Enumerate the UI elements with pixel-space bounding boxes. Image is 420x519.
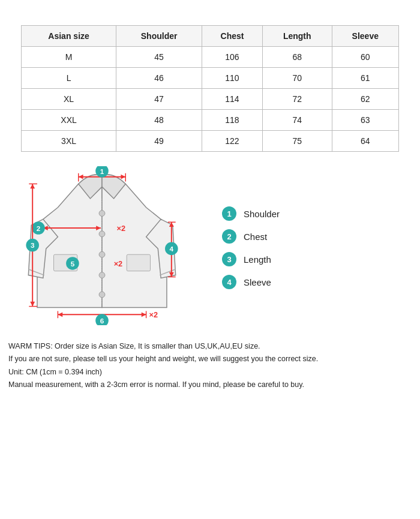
table-header: Shoulder xyxy=(116,26,202,47)
table-cell: 64 xyxy=(332,131,398,152)
measurement-legend: 1Shoulder2Chest3Length4Sleeve xyxy=(222,197,420,298)
table-cell: 72 xyxy=(262,89,332,110)
svg-point-4 xyxy=(99,251,105,257)
table-header-row: Asian sizeShoulderChestLengthSleeve xyxy=(22,26,399,47)
svg-marker-12 xyxy=(79,175,83,179)
legend-label: Sleeve xyxy=(244,277,271,287)
svg-text:1: 1 xyxy=(100,167,104,175)
table-cell: XXL xyxy=(22,110,116,131)
legend-number: 2 xyxy=(222,229,236,244)
svg-point-3 xyxy=(99,231,105,237)
table-cell: XL xyxy=(22,89,116,110)
table-cell: 47 xyxy=(116,89,202,110)
table-cell: 74 xyxy=(262,110,332,131)
svg-text:×2: ×2 xyxy=(114,259,123,268)
table-header: Asian size xyxy=(22,26,116,47)
tip-line: Manual measurement, with a 2-3cm error i… xyxy=(8,379,412,391)
legend-number: 3 xyxy=(222,252,236,266)
svg-rect-8 xyxy=(127,254,150,271)
legend-item: 4Sleeve xyxy=(222,275,420,289)
table-cell: M xyxy=(22,47,116,68)
table-row: L461107061 xyxy=(22,68,399,89)
page-title xyxy=(0,0,420,17)
table-cell: 63 xyxy=(332,110,398,131)
svg-marker-13 xyxy=(121,175,125,179)
svg-text:6: 6 xyxy=(100,317,104,325)
table-header: Chest xyxy=(202,26,263,47)
table-header: Length xyxy=(262,26,332,47)
svg-point-6 xyxy=(99,292,105,298)
table-cell: 3XL xyxy=(22,131,116,152)
table-cell: 49 xyxy=(116,131,202,152)
table-cell: L xyxy=(22,68,116,89)
table-cell: 62 xyxy=(332,89,398,110)
diagram-container: on9IC04S xyxy=(6,160,204,334)
tips-section: WARM TIPS: Order size is Asian Size, It … xyxy=(8,340,412,391)
table-cell: 110 xyxy=(202,68,263,89)
legend-item: 3Length xyxy=(222,252,420,266)
svg-point-2 xyxy=(99,211,105,217)
table-cell: 60 xyxy=(332,47,398,68)
svg-text:5: 5 xyxy=(71,260,75,268)
table-cell: 114 xyxy=(202,89,263,110)
svg-text:2: 2 xyxy=(37,224,41,232)
legend-number: 1 xyxy=(222,206,236,221)
table-row: XXL481187463 xyxy=(22,110,399,131)
svg-marker-26 xyxy=(30,302,35,307)
svg-text:×2: ×2 xyxy=(149,310,158,319)
legend-label: Shoulder xyxy=(244,209,280,219)
table-cell: 46 xyxy=(116,68,202,89)
legend-label: Length xyxy=(244,254,271,265)
table-header: Sleeve xyxy=(332,26,398,47)
table-row: 3XL491227564 xyxy=(22,131,399,152)
legend-number: 4 xyxy=(222,275,236,289)
tip-line: Unit: CM (1cm = 0.394 inch) xyxy=(8,366,412,379)
tip-line: If you are not sure, please tell us your… xyxy=(8,353,412,365)
table-cell: 118 xyxy=(202,110,263,131)
svg-text:×2: ×2 xyxy=(117,224,126,233)
tip-line: WARM TIPS: Order size is Asian Size, It … xyxy=(8,340,412,353)
size-table: Asian sizeShoulderChestLengthSleeve M451… xyxy=(21,25,399,152)
legend-item: 2Chest xyxy=(222,229,420,244)
table-cell: 75 xyxy=(262,131,332,152)
table-cell: 106 xyxy=(202,47,263,68)
jacket-diagram: on9IC04S xyxy=(24,166,180,325)
table-cell: 61 xyxy=(332,68,398,89)
table-body: M451066860L461107061XL471147262XXL481187… xyxy=(22,47,399,152)
svg-marker-25 xyxy=(30,184,35,188)
table-cell: 48 xyxy=(116,110,202,131)
svg-marker-42 xyxy=(142,312,146,317)
legend-label: Chest xyxy=(244,232,267,242)
table-cell: 45 xyxy=(116,47,202,68)
table-row: M451066860 xyxy=(22,47,399,68)
table-cell: 68 xyxy=(262,47,332,68)
svg-text:3: 3 xyxy=(31,241,35,249)
table-cell: 70 xyxy=(262,68,332,89)
svg-point-5 xyxy=(99,272,105,278)
svg-marker-41 xyxy=(58,312,62,317)
table-cell: 122 xyxy=(202,131,263,152)
legend-item: 1Shoulder xyxy=(222,206,420,221)
table-row: XL471147262 xyxy=(22,89,399,110)
svg-text:4: 4 xyxy=(170,245,174,253)
subtitle xyxy=(0,17,420,25)
tips-content: WARM TIPS: Order size is Asian Size, It … xyxy=(8,340,412,391)
legend-items: 1Shoulder2Chest3Length4Sleeve xyxy=(222,206,420,289)
diagram-section: on9IC04S xyxy=(6,160,420,334)
